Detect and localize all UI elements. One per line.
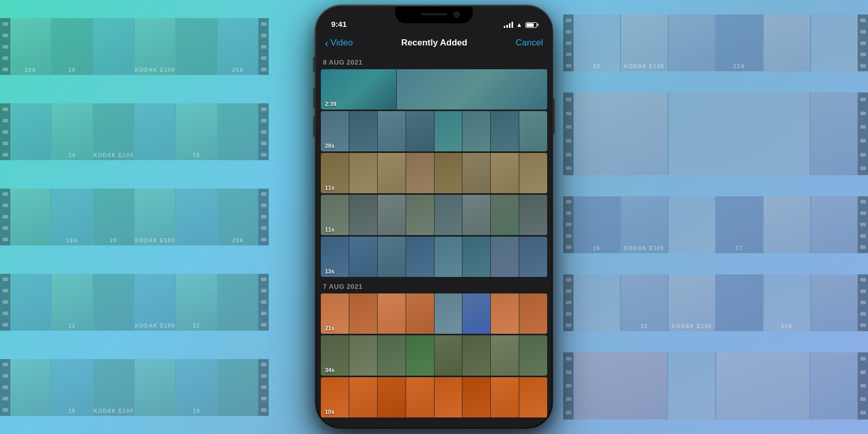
- back-label: Video: [331, 38, 353, 48]
- video-frame: [462, 293, 490, 334]
- video-row[interactable]: 11s: [321, 195, 547, 235]
- video-duration: 11s: [325, 184, 334, 191]
- video-duration: 10s: [325, 409, 334, 415]
- video-strip: [321, 153, 547, 193]
- video-frame: [462, 153, 490, 193]
- ios-screen: 9:41 ▲: [317, 7, 551, 427]
- video-frame: [435, 335, 462, 376]
- video-frame: [435, 377, 462, 417]
- video-frame: [462, 195, 490, 235]
- video-frame: [406, 237, 434, 277]
- chevron-left-icon: ‹: [325, 38, 329, 48]
- video-row[interactable]: 10s: [321, 377, 547, 417]
- film-band: 14 KODAK E100 15: [0, 103, 269, 160]
- front-camera: [454, 11, 460, 18]
- video-frame: [378, 237, 406, 277]
- video-frame: [349, 111, 377, 151]
- video-frame: [435, 153, 462, 193]
- film-band: 16 KODAK E100 17: [563, 196, 868, 253]
- notch: [395, 7, 473, 23]
- cancel-button[interactable]: Cancel: [516, 38, 543, 48]
- video-row[interactable]: 28s: [321, 111, 547, 151]
- video-frame: [378, 377, 406, 417]
- volume-up-button: [313, 88, 315, 109]
- video-frame: [349, 237, 377, 277]
- wifi-icon: ▲: [516, 21, 522, 28]
- date-header-2: 7 AUG 2021: [321, 278, 547, 293]
- video-frame: [519, 111, 547, 151]
- video-frame: [378, 195, 406, 235]
- video-strip: [321, 377, 547, 417]
- video-duration: 2:39: [325, 101, 336, 107]
- video-duration: 28s: [325, 143, 334, 149]
- power-button: [553, 98, 555, 134]
- phone-mockup: 9:41 ▲: [315, 5, 553, 429]
- video-frame: [519, 195, 547, 235]
- left-film-strips: 19A 20 KODAK E100 20A 14 KODAK E100 15: [0, 0, 269, 434]
- film-band: 18 KODAK E100 19: [0, 359, 269, 416]
- video-frame: [462, 377, 490, 417]
- video-frame: [378, 293, 406, 334]
- film-band: [563, 92, 868, 175]
- video-frame: [519, 153, 547, 193]
- video-frame: [397, 69, 547, 110]
- video-frame: [349, 293, 377, 334]
- video-frame: [406, 377, 434, 417]
- video-row[interactable]: 2:39: [321, 69, 547, 110]
- film-band: 19A 20 KODAK E100 20A: [0, 18, 269, 75]
- video-frame: [491, 335, 519, 376]
- phone-outer-shell: 9:41 ▲: [315, 5, 553, 429]
- video-row[interactable]: 11s: [321, 153, 547, 193]
- video-frame: [519, 335, 547, 376]
- battery-fill: [526, 23, 534, 27]
- video-frame: [349, 195, 377, 235]
- video-strip: [321, 195, 547, 235]
- video-frame: [435, 237, 462, 277]
- date-header-1: 8 AUG 2021: [321, 54, 547, 69]
- page-title: Recently Added: [401, 38, 468, 48]
- video-frame: [491, 111, 519, 151]
- film-band: [563, 352, 868, 420]
- back-button[interactable]: ‹ Video: [325, 38, 353, 48]
- video-frame: [519, 293, 547, 334]
- signal-icon: [504, 22, 513, 28]
- video-frame: [519, 237, 547, 277]
- video-duration: 11s: [325, 226, 334, 233]
- video-frame: [378, 335, 406, 376]
- video-frame: [349, 153, 377, 193]
- video-row[interactable]: 34s: [321, 335, 547, 376]
- video-strip: [321, 111, 547, 151]
- video-frame: [491, 377, 519, 417]
- film-band: 22 KODAK E100 22A: [563, 274, 868, 331]
- video-frame: [435, 293, 462, 334]
- video-frame: [519, 377, 547, 417]
- status-icons: ▲: [504, 21, 537, 28]
- status-time: 9:41: [331, 20, 347, 28]
- right-film-strips: 22 KODAK E100 22A 16 KODAK E: [563, 0, 868, 434]
- video-frame: [462, 237, 490, 277]
- video-frame: [491, 237, 519, 277]
- video-frame: [435, 195, 462, 235]
- video-frame: [435, 111, 462, 151]
- battery-icon: [525, 22, 537, 28]
- video-strip: [321, 69, 547, 110]
- video-frame: [378, 111, 406, 151]
- film-band: 21 KODAK E100 22: [0, 274, 269, 331]
- video-row[interactable]: 13s: [321, 237, 547, 277]
- video-strip: [321, 335, 547, 376]
- video-frame: [349, 377, 377, 417]
- video-frame: [378, 153, 406, 193]
- silent-switch: [313, 57, 315, 72]
- phone-screen: 9:41 ▲: [317, 7, 551, 427]
- video-frame: [491, 153, 519, 193]
- video-row[interactable]: 21s: [321, 293, 547, 334]
- video-duration: 21s: [325, 325, 334, 331]
- navigation-bar: ‹ Video Recently Added Cancel: [317, 32, 551, 54]
- video-frame: [491, 293, 519, 334]
- video-duration: 13s: [325, 268, 334, 274]
- volume-down-button: [313, 116, 315, 137]
- video-frame: [462, 335, 490, 376]
- video-frame: [406, 153, 434, 193]
- video-frame: [462, 111, 490, 151]
- video-frame: [406, 293, 434, 334]
